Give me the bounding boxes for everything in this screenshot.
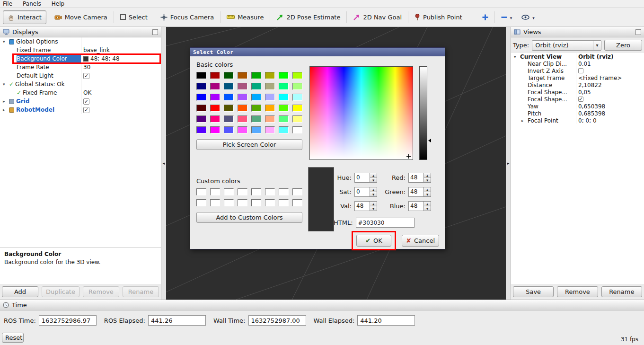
tool-publish-point-button[interactable]: Publish Point: [410, 10, 467, 24]
property-value-cell[interactable]: [576, 67, 644, 74]
custom-color-swatch[interactable]: [279, 188, 289, 195]
collapse-right-handle[interactable]: [506, 27, 511, 300]
color-field-spinbox[interactable]: 48: [408, 187, 431, 197]
basic-color-swatch[interactable]: [224, 72, 234, 79]
property-name-cell[interactable]: ▾ ✓ Global Status: Ok: [0, 80, 81, 88]
property-name-cell[interactable]: Default Light: [0, 71, 81, 80]
custom-color-swatch[interactable]: [224, 188, 234, 195]
basic-color-swatch[interactable]: [279, 83, 289, 90]
views-action-button[interactable]: Rename: [601, 286, 642, 297]
expand-arrow-icon[interactable]: ▸: [3, 107, 9, 112]
basic-color-swatch[interactable]: [210, 105, 220, 112]
tree-row[interactable]: ▸ RobotModel: [0, 106, 161, 114]
menu-item[interactable]: File: [3, 0, 12, 7]
basic-color-swatch[interactable]: [224, 115, 234, 123]
expand-arrow-icon[interactable]: ▾: [3, 39, 9, 44]
color-field-spinbox[interactable]: 48: [408, 201, 431, 211]
hue-saturation-picker[interactable]: [309, 66, 413, 160]
visibility-button[interactable]: [517, 10, 539, 24]
tree-row[interactable]: Fixed Frame base_link: [0, 46, 161, 54]
basic-color-swatch[interactable]: [251, 115, 261, 123]
spinbox-value[interactable]: 48: [409, 202, 423, 211]
property-value-cell[interactable]: Orbit (rviz): [576, 53, 644, 60]
basic-color-swatch[interactable]: [251, 94, 261, 101]
custom-color-swatch[interactable]: [238, 199, 247, 206]
tree-row[interactable]: ▾ Global Options: [0, 37, 161, 46]
basic-color-swatch[interactable]: [251, 83, 261, 90]
custom-color-swatch[interactable]: [265, 188, 275, 195]
property-value-cell[interactable]: 0; 0; 0: [576, 117, 644, 124]
property-value-cell[interactable]: [81, 37, 161, 46]
basic-color-swatch[interactable]: [196, 105, 206, 112]
checkbox[interactable]: [83, 107, 89, 113]
basic-color-swatch[interactable]: [196, 115, 206, 123]
displays-action-button[interactable]: Add: [2, 286, 38, 297]
tree-row[interactable]: Focal Shape... 0,05: [511, 88, 644, 96]
property-name-cell[interactable]: Yaw: [511, 103, 576, 110]
basic-color-swatch[interactable]: [292, 72, 302, 79]
basic-color-swatch[interactable]: [238, 126, 247, 133]
spin-up-icon[interactable]: [370, 202, 377, 206]
time-field-input[interactable]: 441.26: [148, 315, 206, 326]
basic-color-swatch[interactable]: [224, 83, 234, 90]
spin-up-icon[interactable]: [370, 173, 377, 178]
basic-color-swatch[interactable]: [210, 126, 220, 133]
menu-item[interactable]: Help: [52, 0, 64, 7]
tree-row[interactable]: ▾ ✓ Global Status: Ok: [0, 80, 161, 88]
property-name-cell[interactable]: ▾ Current View: [511, 53, 576, 60]
tree-row[interactable]: Focal Shape...: [511, 96, 644, 103]
tree-row[interactable]: ▾ Current View Orbit (rviz): [511, 53, 644, 60]
basic-color-swatch[interactable]: [238, 94, 247, 101]
property-value-cell[interactable]: [81, 71, 161, 80]
basic-color-swatch[interactable]: [265, 72, 275, 79]
basic-color-swatch[interactable]: [210, 115, 220, 123]
views-action-button[interactable]: Save: [513, 286, 554, 297]
spin-up-icon[interactable]: [370, 187, 377, 192]
basic-color-swatch[interactable]: [292, 115, 302, 123]
time-field-input[interactable]: 441.20: [357, 315, 415, 326]
basic-color-swatch[interactable]: [210, 72, 220, 79]
property-name-cell[interactable]: Distance: [511, 81, 576, 88]
spin-down-icon[interactable]: [370, 178, 377, 182]
spinbox-value[interactable]: 0: [355, 173, 370, 182]
view-type-dropdown[interactable]: Orbit (rviz): [532, 40, 601, 51]
basic-color-swatch[interactable]: [292, 126, 302, 133]
tree-row[interactable]: Yaw 0,650398: [511, 103, 644, 110]
spinbox-value[interactable]: 48: [409, 173, 423, 182]
property-value-cell[interactable]: [81, 106, 161, 114]
tool-measure-button[interactable]: Measure: [222, 10, 268, 24]
basic-color-swatch[interactable]: [292, 94, 302, 101]
views-panel-header[interactable]: Views: [511, 27, 644, 37]
zoom-out-button[interactable]: [496, 10, 517, 24]
undock-button[interactable]: [152, 29, 158, 35]
property-name-cell[interactable]: Invert Z Axis: [511, 67, 576, 74]
basic-color-swatch[interactable]: [238, 115, 247, 123]
custom-color-swatch[interactable]: [196, 199, 206, 206]
custom-color-swatch[interactable]: [251, 188, 261, 195]
property-value-cell[interactable]: [576, 96, 644, 103]
property-value-cell[interactable]: 0,650398: [576, 103, 644, 110]
basic-color-swatch[interactable]: [224, 94, 234, 101]
basic-color-swatch[interactable]: [238, 83, 247, 90]
custom-color-swatch[interactable]: [292, 199, 302, 206]
tree-row[interactable]: Distance 2,10822: [511, 81, 644, 88]
ok-button[interactable]: OK: [356, 235, 391, 247]
time-field-input[interactable]: 1632752987.00: [248, 315, 306, 326]
spin-up-icon[interactable]: [424, 202, 431, 206]
checkbox[interactable]: [83, 98, 89, 105]
property-name-cell[interactable]: ▾ Global Options: [0, 37, 81, 46]
add-to-custom-colors-button[interactable]: Add to Custom Colors: [196, 212, 302, 223]
3d-viewport[interactable]: Select Color Basic colors: [166, 27, 506, 300]
basic-color-swatch[interactable]: [210, 94, 220, 101]
expand-arrow-icon[interactable]: ▾: [514, 54, 520, 59]
property-name-cell[interactable]: ▸ Focal Point: [511, 117, 576, 124]
zoom-in-button[interactable]: [477, 11, 493, 24]
basic-color-swatch[interactable]: [210, 83, 220, 90]
expand-arrow-icon[interactable]: ▸: [3, 99, 9, 104]
reset-button[interactable]: Reset: [2, 333, 24, 343]
custom-color-swatch[interactable]: [196, 188, 206, 195]
tool-interact-button[interactable]: Interact: [3, 10, 46, 24]
tree-row[interactable]: Pitch 0,685398: [511, 110, 644, 117]
expand-arrow-icon[interactable]: ▸: [521, 118, 528, 123]
basic-color-swatch[interactable]: [196, 126, 206, 133]
